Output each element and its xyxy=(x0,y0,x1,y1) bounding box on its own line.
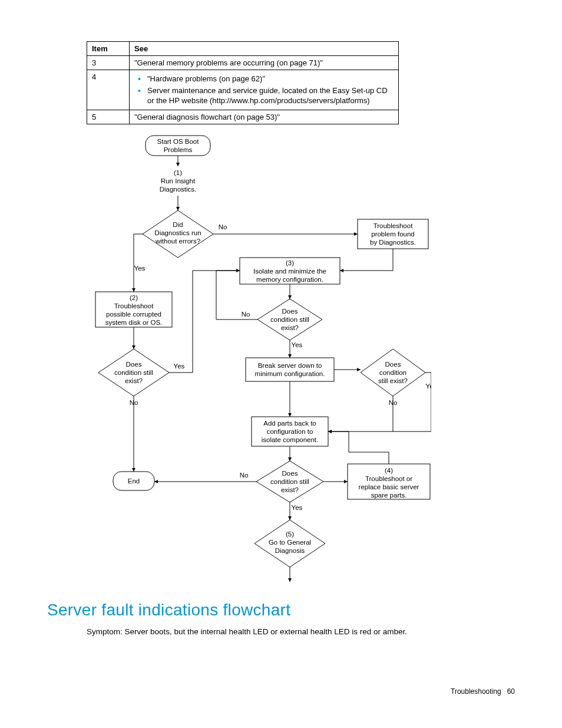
cell-see: "General memory problems are occurring (… xyxy=(130,56,399,70)
svg-text:configuration to: configuration to xyxy=(267,428,313,435)
bullet-item: "Hardware problems (on page 62)" xyxy=(134,74,394,84)
svg-rect-53 xyxy=(246,358,334,381)
svg-text:Run Insight: Run Insight xyxy=(161,177,196,185)
svg-text:condition still: condition still xyxy=(114,369,153,376)
cell-see: "Hardware problems (on page 62)" Server … xyxy=(130,70,399,110)
svg-text:exist?: exist? xyxy=(281,486,299,493)
svg-text:condition still: condition still xyxy=(270,316,309,323)
svg-text:condition: condition xyxy=(379,369,406,376)
svg-text:Diagnostics.: Diagnostics. xyxy=(160,186,197,193)
footer-label: Troubleshooting xyxy=(451,687,501,696)
cell-item: 5 xyxy=(87,110,130,124)
footer-page: 60 xyxy=(507,687,515,696)
svg-text:still exist?: still exist? xyxy=(378,377,408,384)
svg-text:Yes: Yes xyxy=(292,504,303,511)
svg-text:(3): (3) xyxy=(286,259,294,266)
cell-item: 3 xyxy=(87,56,130,70)
svg-text:replace basic server: replace basic server xyxy=(359,483,419,490)
svg-text:minimum configuration.: minimum configuration. xyxy=(255,370,325,377)
page-footer: Troubleshooting 60 xyxy=(451,687,515,696)
svg-text:Does: Does xyxy=(126,361,142,368)
svg-text:(2): (2) xyxy=(130,294,138,301)
svg-text:Troubleshoot: Troubleshoot xyxy=(373,222,414,229)
section-heading: Server fault indications flowchart xyxy=(47,601,515,620)
svg-text:Troubleshoot: Troubleshoot xyxy=(114,302,154,309)
svg-text:Does: Does xyxy=(282,308,298,315)
cell-see: "General diagnosis flowchart (on page 53… xyxy=(130,110,399,124)
svg-text:problem found: problem found xyxy=(371,230,415,238)
svg-text:exist?: exist? xyxy=(281,324,299,331)
svg-text:by Diagnostics.: by Diagnostics. xyxy=(370,239,416,246)
svg-text:Yes: Yes xyxy=(134,265,146,272)
cell-item: 4 xyxy=(87,70,130,110)
symptom-text: Symptom: Server boots, but the internal … xyxy=(87,627,515,636)
svg-text:memory configuration.: memory configuration. xyxy=(256,276,323,283)
svg-text:possible corrupted: possible corrupted xyxy=(106,311,161,318)
svg-text:exist?: exist? xyxy=(125,377,143,384)
svg-text:Isolate and minimize the: Isolate and minimize the xyxy=(253,268,326,275)
reference-table: Item See 3 "General memory problems are … xyxy=(87,41,399,124)
table-row: 4 "Hardware problems (on page 62)" Serve… xyxy=(87,70,399,110)
svg-text:(4): (4) xyxy=(385,467,393,474)
svg-text:(5): (5) xyxy=(286,531,294,538)
svg-text:(1): (1) xyxy=(174,169,182,176)
svg-text:Does: Does xyxy=(385,361,401,368)
svg-text:End: End xyxy=(128,477,140,485)
svg-text:No: No xyxy=(240,472,249,479)
svg-text:Did: Did xyxy=(173,221,183,228)
svg-text:Go to General: Go to General xyxy=(269,539,311,546)
svg-text:Yes: Yes xyxy=(426,383,431,390)
svg-text:condition still: condition still xyxy=(270,478,309,485)
th-see: See xyxy=(130,42,399,56)
bullet-item: Server maintenance and service guide, lo… xyxy=(134,85,394,106)
svg-text:isolate component.: isolate component. xyxy=(262,436,319,443)
table-row: 5 "General diagnosis flowchart (on page … xyxy=(87,110,399,124)
svg-text:without errors?: without errors? xyxy=(155,238,200,245)
svg-text:Yes: Yes xyxy=(174,363,185,370)
svg-text:Problems: Problems xyxy=(164,146,193,153)
svg-text:Yes: Yes xyxy=(292,341,303,348)
svg-text:No: No xyxy=(242,311,250,318)
svg-text:Diagnostics run: Diagnostics run xyxy=(154,229,201,236)
svg-text:Break server down to: Break server down to xyxy=(258,362,322,369)
svg-text:system disk or OS.: system disk or OS. xyxy=(105,319,163,326)
os-boot-flowchart: Start OS Boot Problems (1) Run Insight D… xyxy=(90,134,515,590)
start-node: Start OS Boot xyxy=(157,138,200,145)
table-row: 3 "General memory problems are occurring… xyxy=(87,56,399,70)
svg-text:Diagnosis: Diagnosis xyxy=(275,547,305,554)
svg-text:Does: Does xyxy=(282,470,298,477)
svg-text:Troubleshoot or: Troubleshoot or xyxy=(365,475,412,482)
th-item: Item xyxy=(87,42,130,56)
svg-text:spare parts.: spare parts. xyxy=(371,492,407,499)
svg-text:Add parts back to: Add parts back to xyxy=(263,420,316,427)
svg-text:No: No xyxy=(219,223,227,230)
